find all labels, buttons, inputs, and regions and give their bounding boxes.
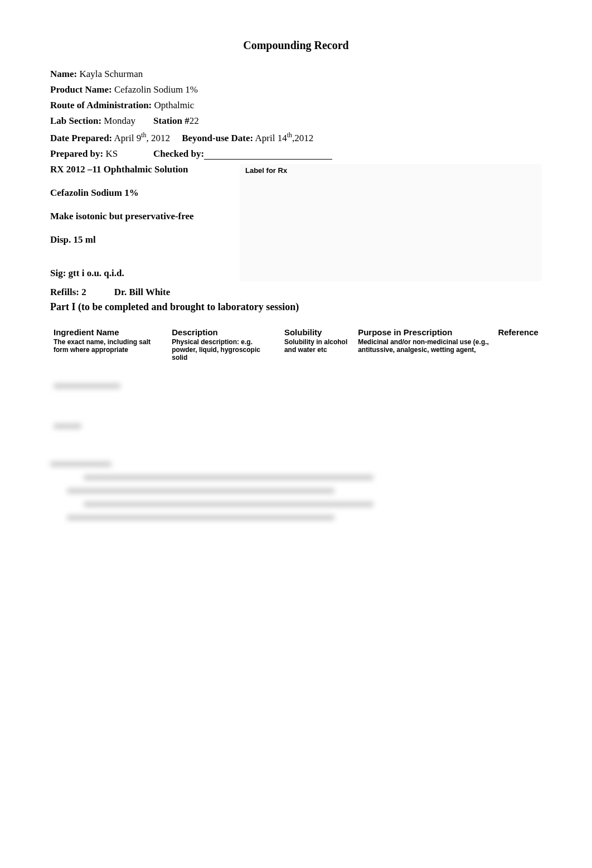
rx-disp: Disp. 15 ml xyxy=(50,234,96,245)
th-description: Description Physical description: e.g. p… xyxy=(168,323,281,366)
rx-label-title: Label for Rx xyxy=(245,166,287,175)
beyond-use-value: April 14 xyxy=(255,133,287,143)
th-purpose: Purpose in Prescription Medicinal and/or… xyxy=(355,323,494,366)
product-value: Cefazolin Sodium 1% xyxy=(114,84,198,95)
lab-section-line: Lab Section: Monday Station #22 xyxy=(50,115,542,127)
lab-section-value: Monday xyxy=(104,115,135,126)
references-block xyxy=(50,457,542,524)
date-prepared-year: , 2012 xyxy=(146,133,170,143)
name-value: Kayla Schurman xyxy=(79,69,143,79)
table-row xyxy=(50,366,542,406)
th-reference-title: Reference xyxy=(498,327,538,337)
date-prepared-label: Date Prepared: xyxy=(50,133,112,143)
station-value: 22 xyxy=(190,115,199,126)
route-value: Opthalmic xyxy=(154,100,195,110)
th-solubility-title: Solubility xyxy=(284,327,322,337)
prepared-by-label: Prepared by: xyxy=(50,148,103,160)
th-purpose-title: Purpose in Prescription xyxy=(358,327,452,337)
checked-by-blank xyxy=(204,150,332,160)
rx-left-column: RX 2012 –11 Ophthalmic Solution Cefazoli… xyxy=(50,164,229,281)
rx-number: RX 2012 –11 Ophthalmic Solution xyxy=(50,164,188,175)
th-reference: Reference xyxy=(494,323,542,366)
beyond-use-sup: th xyxy=(287,131,292,139)
th-ingredient: Ingredient Name The exact name, includin… xyxy=(50,323,168,366)
th-description-title: Description xyxy=(172,327,218,337)
date-prepared-value: April 9 xyxy=(114,133,142,143)
beyond-use-label: Beyond-use Date: xyxy=(182,133,253,143)
name-line: Name: Kayla Schurman xyxy=(50,69,542,80)
rx-sig: Sig: gtt i o.u. q.i.d. xyxy=(50,268,124,278)
lab-section-label: Lab Section: xyxy=(50,115,101,126)
date-prepared-line: Date Prepared: April 9th, 2012 Beyond-us… xyxy=(50,131,542,144)
beyond-use-year: ,2012 xyxy=(292,133,313,143)
product-label: Product Name: xyxy=(50,84,112,95)
th-description-sub: Physical description: e.g. powder, liqui… xyxy=(172,338,278,361)
prepared-by-line: Prepared by: KS Checked by: xyxy=(50,148,542,160)
route-line: Route of Administration: Opthalmic xyxy=(50,100,542,111)
name-label: Name: xyxy=(50,69,77,79)
th-purpose-sub: Medicinal and/or non-medicinal use (e.g.… xyxy=(358,338,491,354)
checked-by-label: Checked by: xyxy=(153,148,204,160)
ingredients-table: Ingredient Name The exact name, includin… xyxy=(50,323,542,446)
th-solubility: Solubility Solubility in alcohol and wat… xyxy=(281,323,355,366)
table-row xyxy=(50,406,542,446)
rx-block: RX 2012 –11 Ophthalmic Solution Cefazoli… xyxy=(50,164,542,281)
page-title: Compounding Record xyxy=(50,39,542,52)
prepared-by-value: KS xyxy=(105,148,118,160)
th-solubility-sub: Solubility in alcohol and water etc xyxy=(284,338,351,354)
doctor-name: Dr. Bill White xyxy=(114,287,171,298)
rx-instruction: Make isotonic but preservative-free xyxy=(50,211,194,221)
refills-label: Refills: 2 xyxy=(50,287,86,298)
product-name-line: Product Name: Cefazolin Sodium 1% xyxy=(50,84,542,95)
part1-heading: Part I (to be completed and brought to l… xyxy=(50,301,542,313)
th-ingredient-sub: The exact name, including salt form wher… xyxy=(54,338,165,354)
rx-ingredient: Cefazolin Sodium 1% xyxy=(50,187,139,198)
station-label: Station # xyxy=(153,115,190,126)
th-ingredient-title: Ingredient Name xyxy=(54,327,119,337)
route-label: Route of Administration: xyxy=(50,100,152,110)
rx-label-area: Label for Rx xyxy=(240,164,542,281)
refills-row: Refills: 2 Dr. Bill White xyxy=(50,287,542,298)
